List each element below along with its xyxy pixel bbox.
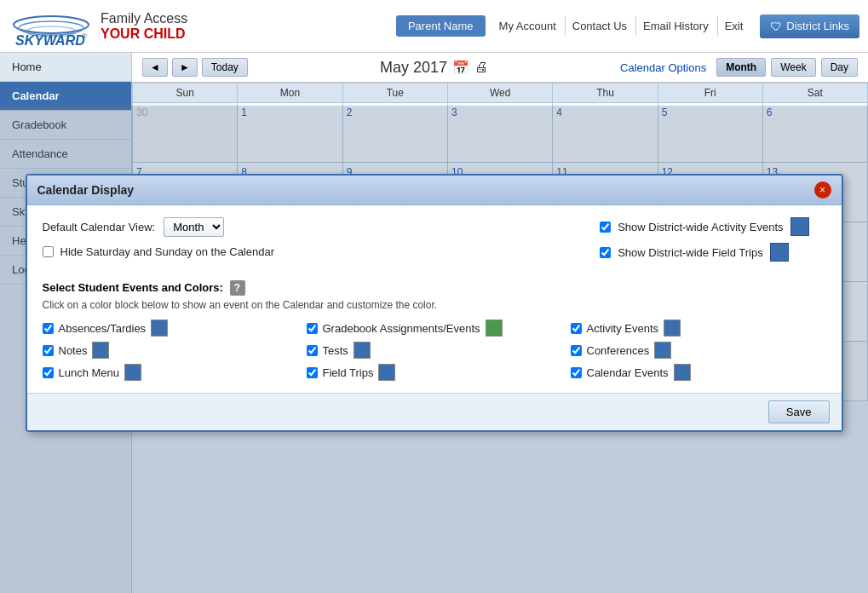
svg-text:®: ® bbox=[82, 32, 87, 40]
event-item: Notes bbox=[43, 342, 298, 359]
month-view-button[interactable]: Month bbox=[716, 58, 766, 77]
modal-title: Calendar Display bbox=[37, 183, 135, 197]
calendar-header: ◄ ► Today May 2017 📅 🖨 Calendar Options … bbox=[132, 53, 868, 83]
event-color-block[interactable] bbox=[124, 364, 141, 381]
event-item: Field Trips bbox=[307, 364, 562, 381]
app-title-area: Family Access YOUR CHILD bbox=[101, 11, 187, 42]
next-button[interactable]: ► bbox=[172, 58, 198, 77]
event-color-block[interactable] bbox=[674, 364, 691, 381]
calendar-options-area: Calendar Options Month Week Day bbox=[620, 58, 858, 77]
event-item: Absences/Tardies bbox=[43, 320, 298, 337]
event-checkbox[interactable] bbox=[43, 345, 54, 356]
shield-icon: 🛡 bbox=[770, 20, 782, 33]
week-view-button[interactable]: Week bbox=[771, 58, 815, 77]
col-tue: Tue bbox=[342, 83, 447, 103]
event-label: Lunch Menu bbox=[59, 366, 120, 379]
event-color-block[interactable] bbox=[378, 364, 395, 381]
event-color-block[interactable] bbox=[654, 342, 671, 359]
event-label: Tests bbox=[323, 344, 348, 357]
hide-weekends-row: Hide Saturday and Sunday on the Calendar bbox=[43, 245, 275, 258]
events-title: Select Student Events and Colors: ? bbox=[43, 280, 826, 296]
district-options: Show District-wide Activity Events Show … bbox=[600, 217, 808, 268]
district-links-button[interactable]: 🛡 District Links bbox=[760, 14, 859, 38]
event-label: Conferences bbox=[587, 344, 650, 357]
today-button[interactable]: Today bbox=[202, 58, 248, 77]
col-sat: Sat bbox=[762, 83, 867, 103]
event-color-block[interactable] bbox=[92, 342, 109, 359]
email-history-link[interactable]: Email History bbox=[635, 16, 716, 36]
event-item: Calendar Events bbox=[571, 364, 826, 381]
event-checkbox[interactable] bbox=[307, 345, 318, 356]
col-fri: Fri bbox=[658, 83, 762, 103]
modal-body: Default Calendar View: Month Hide Saturd… bbox=[27, 205, 842, 393]
event-checkbox[interactable] bbox=[43, 323, 54, 334]
modal-footer: Save bbox=[27, 393, 842, 430]
events-subtitle: Click on a color block below to show an … bbox=[43, 299, 826, 311]
top-header: SKYWARD ® Family Access YOUR CHILD Paren… bbox=[0, 0, 868, 53]
day-view-button[interactable]: Day bbox=[821, 58, 858, 77]
event-label: Activity Events bbox=[587, 322, 659, 335]
show-fieldtrips-checkbox[interactable] bbox=[600, 247, 611, 258]
show-activity-label: Show District-wide Activity Events bbox=[618, 221, 783, 233]
default-view-row: Default Calendar View: Month bbox=[43, 217, 275, 237]
event-label: Field Trips bbox=[323, 366, 374, 379]
exit-link[interactable]: Exit bbox=[717, 16, 750, 36]
month-year-label: May 2017 bbox=[380, 59, 447, 77]
contact-us-link[interactable]: Contact Us bbox=[565, 16, 634, 36]
top-nav: Parent Name My Account Contact Us Email … bbox=[396, 14, 859, 38]
event-checkbox[interactable] bbox=[307, 323, 318, 334]
calendar-picker-icon[interactable]: 📅 bbox=[452, 60, 469, 76]
calendar-title: May 2017 📅 🖨 bbox=[380, 59, 488, 77]
prev-button[interactable]: ◄ bbox=[142, 58, 168, 77]
event-item: Activity Events bbox=[571, 320, 826, 337]
hide-weekends-label: Hide Saturday and Sunday on the Calendar bbox=[60, 245, 275, 258]
event-item: Tests bbox=[307, 342, 562, 359]
fieldtrips-color-block[interactable] bbox=[770, 243, 789, 262]
print-icon[interactable]: 🖨 bbox=[474, 60, 488, 75]
child-name: YOUR CHILD bbox=[101, 26, 187, 42]
event-color-block[interactable] bbox=[151, 320, 168, 337]
event-checkbox[interactable] bbox=[571, 367, 582, 378]
event-label: Absences/Tardies bbox=[59, 322, 147, 335]
col-wed: Wed bbox=[447, 83, 552, 103]
col-thu: Thu bbox=[553, 83, 658, 103]
app-name: Family Access bbox=[101, 11, 187, 26]
event-color-block[interactable] bbox=[664, 320, 681, 337]
show-activity-checkbox[interactable] bbox=[600, 222, 611, 233]
logo-area: SKYWARD ® Family Access YOUR CHILD bbox=[9, 5, 187, 48]
col-mon: Mon bbox=[238, 83, 342, 103]
event-label: Gradebook Assignments/Events bbox=[323, 322, 480, 335]
sidebar-item-home[interactable]: Home bbox=[0, 53, 131, 82]
show-fieldtrips-label: Show District-wide Field Trips bbox=[618, 246, 763, 259]
modal-close-button[interactable]: × bbox=[814, 181, 831, 199]
events-grid: Absences/TardiesGradebook Assignments/Ev… bbox=[43, 320, 826, 381]
calendar-display-dialog: Calendar Display × Default Calendar View… bbox=[26, 174, 843, 432]
event-item: Conferences bbox=[571, 342, 826, 359]
event-checkbox[interactable] bbox=[571, 323, 582, 334]
hide-weekends-checkbox[interactable] bbox=[43, 246, 54, 257]
event-item: Lunch Menu bbox=[43, 364, 298, 381]
save-button[interactable]: Save bbox=[768, 400, 830, 423]
calendar-options-link[interactable]: Calendar Options bbox=[620, 61, 706, 74]
modal-title-bar: Calendar Display × bbox=[27, 176, 842, 205]
col-sun: Sun bbox=[133, 83, 238, 103]
district-links-label: District Links bbox=[786, 20, 849, 32]
main-layout: Home Calendar Gradebook Attendance Stude… bbox=[0, 53, 868, 593]
event-color-block[interactable] bbox=[354, 342, 371, 359]
help-icon[interactable]: ? bbox=[230, 280, 245, 296]
event-color-block[interactable] bbox=[486, 320, 503, 337]
event-label: Notes bbox=[59, 344, 88, 357]
activity-color-block[interactable] bbox=[790, 217, 809, 236]
event-checkbox[interactable] bbox=[307, 367, 318, 378]
default-view-select[interactable]: Month bbox=[164, 217, 224, 237]
my-account-link[interactable]: My Account bbox=[492, 16, 563, 36]
calendar-nav: ◄ ► Today bbox=[142, 58, 248, 77]
event-checkbox[interactable] bbox=[571, 345, 582, 356]
show-activity-row: Show District-wide Activity Events bbox=[600, 217, 808, 236]
left-options: Default Calendar View: Month Hide Saturd… bbox=[43, 217, 275, 268]
skyward-logo: SKYWARD ® bbox=[9, 5, 94, 48]
events-section: Select Student Events and Colors: ? Clic… bbox=[43, 280, 826, 381]
parent-name: Parent Name bbox=[396, 15, 486, 37]
modal-overlay: Calendar Display × Default Calendar View… bbox=[0, 106, 868, 593]
event-checkbox[interactable] bbox=[43, 367, 54, 378]
